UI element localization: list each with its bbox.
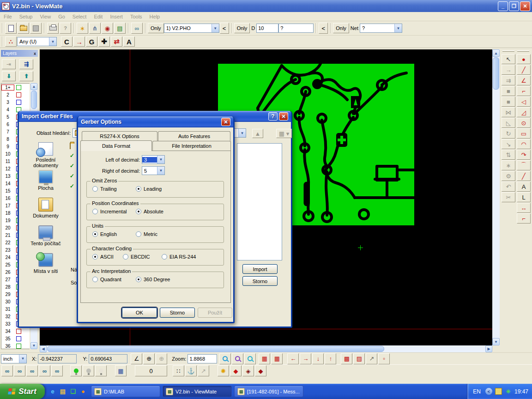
dimension-icon[interactable]: ↔ (517, 203, 531, 213)
up-one-level-button[interactable]: ▲ (252, 129, 263, 138)
grid-corner-icon[interactable]: ▩ (341, 353, 352, 364)
radio-metric[interactable]: Metric (136, 231, 157, 237)
undo-arc-icon[interactable]: ↶ (502, 181, 515, 192)
layer-row[interactable]: 35 (1, 335, 30, 342)
place-item[interactable]: Poslední dokumenty (24, 142, 68, 168)
close-button[interactable]: ✕ (279, 112, 288, 121)
label-icon[interactable]: L (517, 192, 531, 202)
draw-line-icon[interactable]: ╱ (517, 65, 531, 75)
radio-incremental[interactable]: Incremental (92, 209, 127, 214)
flip-triangle-icon[interactable]: ◺ (502, 118, 515, 128)
radio-english[interactable]: English (92, 231, 117, 237)
ie-icon[interactable]: e (48, 387, 57, 396)
open-file-button[interactable] (18, 23, 29, 34)
save-button[interactable] (30, 23, 42, 34)
import-button[interactable]: Import (242, 264, 278, 274)
filled-square-2-icon[interactable]: ■ (502, 97, 515, 107)
tab-rs274x-options[interactable]: RS274-X Options (82, 131, 157, 141)
gcode-icon[interactable]: G (86, 36, 97, 47)
print-button[interactable] (47, 23, 59, 34)
tab-file-interpretation[interactable]: File Interpretation (152, 141, 231, 151)
text-icon[interactable]: A (517, 181, 531, 192)
scroll-up-icon[interactable]: ▲ (30, 83, 37, 90)
firefox-icon[interactable]: ● (79, 387, 87, 396)
radio-leading[interactable]: Leading (136, 186, 162, 192)
draw-rect-icon[interactable]: ▭ (517, 128, 531, 139)
place-item[interactable]: Dokumenty (24, 198, 68, 224)
radio-ebcdic[interactable]: EBCDIC (123, 254, 150, 260)
scale-icon[interactable]: ↘ (502, 139, 515, 149)
chevron-down-icon[interactable]: ▼ (49, 37, 56, 46)
pan-down-icon[interactable]: ↓ (312, 353, 324, 364)
menu-item[interactable]: Select (69, 13, 91, 20)
close-button[interactable]: ✕ (520, 1, 530, 11)
layer-color-swatch[interactable] (16, 92, 21, 97)
canvas-hscrollbar[interactable]: ◀ ▶ (40, 345, 492, 352)
target-center-icon[interactable]: ⊕ (143, 353, 155, 364)
diamond-dark-icon[interactable]: ◈ (242, 365, 254, 376)
settings-gear-icon[interactable]: ⚙ (502, 171, 515, 181)
resize-window-icon[interactable]: ↗ (366, 353, 377, 364)
only-net-button[interactable]: Only (333, 23, 349, 33)
prev-dcode-button[interactable]: < (319, 23, 328, 34)
draw-arc-chord-icon[interactable]: ◠ (517, 139, 531, 149)
radio-ascii[interactable]: ASCII (92, 254, 114, 260)
checked-file-icon[interactable]: ✓ (70, 163, 74, 169)
radio-eia-rs244[interactable]: EIA RS-244 (162, 254, 196, 260)
film-layers-icon[interactable]: ▤ (114, 23, 126, 34)
browse-measure-button[interactable]: ∞ (131, 23, 143, 34)
menu-item[interactable]: Go (54, 13, 69, 20)
grid-full-icon[interactable]: ▦ (271, 353, 283, 364)
cut-icon[interactable]: ✂ (502, 192, 515, 202)
highlight-outline-icon[interactable] (95, 365, 107, 376)
chevron-down-icon[interactable]: ▼ (212, 24, 219, 32)
circle-aperture-icon[interactable]: C (61, 36, 73, 47)
scrollbar-thumb[interactable] (47, 346, 384, 352)
draw-angle-icon[interactable]: ∠ (517, 75, 531, 85)
layer-color-swatch[interactable] (16, 329, 21, 334)
layer-row[interactable]: 36 (1, 342, 30, 350)
chevron-down-icon[interactable]: ▼ (157, 156, 164, 163)
place-item[interactable]: Místa v síti (24, 253, 68, 279)
only-layer-button[interactable]: Only (148, 23, 164, 33)
zoom-in-icon[interactable] (219, 353, 231, 364)
trace-segment-icon[interactable]: ⇄ (111, 36, 122, 47)
draw-curve-icon[interactable]: ↷ (517, 150, 531, 160)
highlight-on-icon[interactable] (70, 365, 82, 376)
layer-color-swatch[interactable] (16, 85, 21, 90)
view-lines-icon[interactable]: ∞ (14, 365, 25, 376)
text-tool-icon[interactable]: A (123, 36, 135, 47)
diamond-pad-icon[interactable]: ◆ (230, 365, 242, 376)
copy-move-icon[interactable]: ⇉ (502, 75, 515, 85)
radio-absolute[interactable]: Absolute (136, 209, 163, 214)
selection-type-combo[interactable]: Any (U) ▼ (17, 37, 57, 46)
chevron-down-icon[interactable]: ▼ (238, 129, 246, 137)
views-button[interactable]: ▦ ▾ (276, 129, 292, 138)
radio-quadrant[interactable]: Quadrant (92, 277, 121, 282)
filled-square-icon[interactable]: ■ (502, 86, 515, 96)
taskbar-task-button[interactable]: ▤ V2.bin - ViewMate (163, 386, 232, 397)
selection-count-box[interactable]: 0 (135, 365, 167, 376)
view-pads-icon[interactable]: ∞ (26, 365, 38, 376)
zoom-select-icon[interactable] (244, 353, 256, 364)
units-combo[interactable]: inch ▼ (1, 354, 27, 363)
pan-left-icon[interactable]: ← (287, 353, 299, 364)
anchor-icon[interactable]: ⚓ (185, 365, 197, 376)
draw-corner-icon[interactable]: ⌐ (517, 86, 531, 96)
move-step-icon[interactable]: ↗ (198, 365, 209, 376)
zoom-value-field[interactable]: 1.8868 (187, 354, 217, 363)
layer-color-swatch[interactable] (16, 344, 21, 349)
language-indicator[interactable]: EN (473, 388, 481, 395)
book-icon[interactable]: ❏ (69, 387, 77, 396)
minimize-button[interactable]: _ (498, 1, 508, 11)
dot-grid-icon[interactable]: ∷ (173, 365, 184, 376)
draw-circle-icon[interactable]: ⊙ (517, 118, 531, 128)
help-button[interactable]: ? (268, 112, 278, 121)
checked-file-icon[interactable]: ✓ (70, 152, 74, 159)
restore-button[interactable]: ❐ (509, 1, 519, 11)
redraw-icon[interactable]: ∗ (77, 23, 88, 34)
taskbar-task-button[interactable]: ▤ [191-482-091] - Mess... (234, 386, 303, 397)
tile-windows-icon[interactable]: ▦ (115, 365, 127, 376)
draw-move-icon[interactable]: → (73, 36, 85, 47)
scrollbar-thumb[interactable] (493, 57, 499, 90)
